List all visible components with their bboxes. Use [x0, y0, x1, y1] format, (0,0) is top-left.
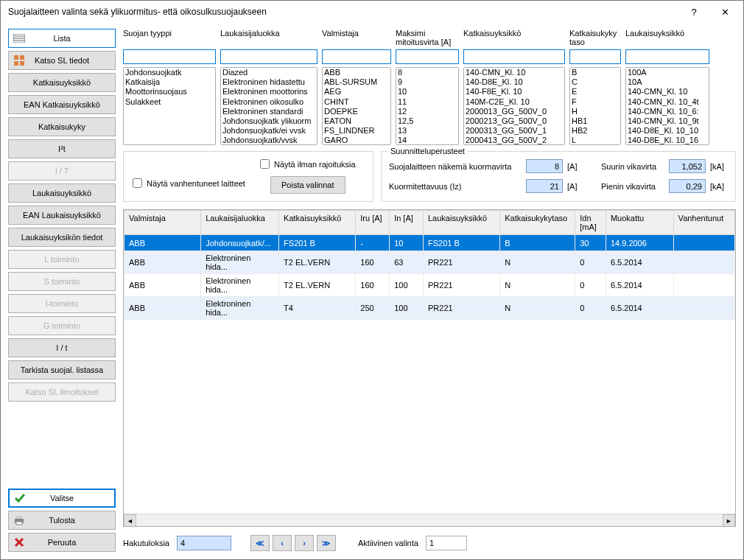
filter-option[interactable]: 140-CMN_Kl. 10_6: — [626, 107, 709, 116]
results-table[interactable]: ValmistajaLaukaisijaluokkaKatkaisuyksikk… — [124, 210, 735, 320]
peruuta-button[interactable]: Peruuta — [8, 533, 116, 552]
close-button[interactable]: ✕ — [709, 1, 740, 22]
filter-option[interactable]: H — [570, 107, 620, 116]
filter-option[interactable]: Moottorinsuojaus — [124, 87, 215, 97]
filter-list-0[interactable]: JohdonsuojkatkKatkaisijaMoottorinsuojaus… — [123, 67, 216, 145]
table-header[interactable]: Katkaisuyksikkö — [279, 211, 356, 235]
filter-option[interactable]: 140M-C2E_Kl. 10 — [464, 97, 564, 107]
table-header[interactable]: Muokattu — [606, 211, 673, 235]
filter-list-5[interactable]: BCEFHHB1HB2L — [569, 67, 621, 145]
nav-last-button[interactable]: ≫ — [317, 535, 336, 551]
filter-option[interactable]: 13 — [396, 126, 458, 136]
filter-option[interactable]: Sulakkeet — [124, 97, 215, 107]
filter-search-input-6[interactable] — [625, 49, 709, 64]
filter-option[interactable]: Johdonsuojkatk — [124, 68, 215, 77]
filter-option[interactable]: 140-D8E_Kl. 10_10 — [626, 126, 709, 136]
sidebar-item-8[interactable]: EAN Laukaisuyksikkö — [8, 206, 116, 225]
sidebar-item-0[interactable]: Lista — [8, 29, 116, 48]
filter-option[interactable]: 12,5 — [396, 116, 458, 126]
filter-option[interactable]: 11 — [396, 97, 458, 107]
tulosta-button[interactable]: Tulosta — [8, 511, 116, 530]
horizontal-scrollbar[interactable]: ◄ ► — [124, 514, 735, 526]
filter-option[interactable]: 10A — [626, 77, 709, 87]
filter-list-1[interactable]: DiazedElektroninen hidastettuElektronine… — [220, 67, 317, 145]
filter-option[interactable]: EATON — [323, 116, 390, 126]
filter-option[interactable]: 140-D8E_Kl. 10 — [464, 77, 564, 87]
sidebar-item-2[interactable]: Katkaisuyksikkö — [8, 73, 116, 92]
scroll-right-icon[interactable]: ► — [723, 514, 735, 527]
filter-search-input-3[interactable] — [396, 49, 459, 64]
filter-option[interactable]: ABB — [323, 68, 390, 77]
nav-prev-button[interactable]: ‹ — [273, 535, 292, 551]
filter-option[interactable]: B — [570, 68, 620, 77]
filter-option[interactable]: 140-D8E_Kl. 10_16 — [626, 136, 709, 145]
table-row[interactable]: ABBElektroninen hida...T4250100PR221N06.… — [124, 297, 735, 320]
filter-option[interactable]: HB2 — [570, 126, 620, 136]
clear-selections-button[interactable]: Poista valinnat — [270, 176, 345, 194]
sidebar-item-5[interactable]: I²t — [8, 139, 116, 158]
filter-option[interactable]: HB1 — [570, 116, 620, 126]
table-header[interactable]: Laukaisijaluokka — [201, 211, 279, 235]
filter-option[interactable]: 140-F8E_Kl. 10 — [464, 87, 564, 97]
filter-search-input-1[interactable] — [220, 49, 317, 64]
filter-option[interactable]: FS_LINDNER — [323, 126, 390, 136]
filter-option[interactable]: AEG — [323, 87, 390, 97]
filter-option[interactable]: GARO — [323, 136, 390, 145]
filter-option[interactable]: 2000013_GG_500V_0 — [464, 107, 564, 116]
filter-option[interactable]: Johdonsuojkatk/vvsk — [221, 136, 317, 145]
nav-first-button[interactable]: ≪ — [250, 535, 270, 551]
table-header[interactable]: Vanhentunut — [673, 211, 734, 235]
filter-option[interactable]: 10 — [396, 87, 458, 97]
table-row[interactable]: ABBElektroninen hida...T2 EL.VERN160100P… — [124, 274, 735, 297]
filter-option[interactable]: Diazed — [221, 68, 317, 77]
filter-search-input-2[interactable] — [322, 49, 391, 64]
filter-option[interactable]: Johdonsuojkatk ylikuorm — [221, 116, 317, 126]
filter-option[interactable]: 140-CMN_Kl. 10 — [464, 68, 564, 77]
table-header[interactable]: Idn [mA] — [575, 211, 606, 235]
filter-option[interactable]: 8 — [396, 68, 458, 77]
filter-option[interactable]: 2000213_GG_500V_0 — [464, 116, 564, 126]
filter-list-6[interactable]: 100A10A140-CMN_Kl. 10140-CMN_Kl. 10_4t14… — [625, 67, 709, 145]
table-header[interactable]: Valmistaja — [124, 211, 201, 235]
filter-list-2[interactable]: ABBABL-SURSUMAEGCHINTDOEPKEEATONFS_LINDN… — [322, 67, 391, 145]
valitse-button[interactable]: Valitse — [8, 489, 116, 508]
sidebar-item-1[interactable]: Katso SL tiedot — [8, 51, 116, 70]
sidebar-item-7[interactable]: Laukaisuyksikkö — [8, 183, 116, 203]
filter-option[interactable]: 140-CMN_Kl. 10_9t — [626, 116, 709, 126]
active-selection-value[interactable] — [426, 536, 467, 550]
filter-option[interactable]: E — [570, 87, 620, 97]
help-button[interactable]: ? — [678, 1, 709, 22]
sidebar-item-9[interactable]: Laukaisuyksikön tiedot — [8, 228, 116, 247]
table-header[interactable]: Laukaisuyksikkö — [423, 211, 499, 235]
scroll-left-icon[interactable]: ◄ — [124, 514, 136, 527]
filter-option[interactable]: Elektroninen standardi — [221, 107, 317, 116]
sidebar-item-3[interactable]: EAN Katkaisuyksikkö — [8, 95, 116, 114]
filter-list-4[interactable]: 140-CMN_Kl. 10140-D8E_Kl. 10140-F8E_Kl. … — [463, 67, 565, 145]
filter-option[interactable]: 14 — [396, 136, 458, 145]
filter-option[interactable]: C — [570, 77, 620, 87]
filter-option[interactable]: F — [570, 97, 620, 107]
table-row[interactable]: ABBJohdonsuojkatk/...FS201 B-10FS201 BB3… — [124, 235, 735, 251]
filter-search-input-4[interactable] — [463, 49, 565, 64]
sidebar-item-15[interactable]: Tarkista suojal. listassa — [8, 360, 116, 379]
table-row[interactable]: ABBElektroninen hida...T2 EL.VERN16063PR… — [124, 251, 735, 274]
filter-list-3[interactable]: 8910111212,51314 — [396, 67, 459, 145]
filter-option[interactable]: 2000413_GG_500V_2 — [464, 136, 564, 145]
filter-option[interactable]: 2000313_GG_500V_1 — [464, 126, 564, 136]
table-header[interactable]: Katkaisukykytaso — [500, 211, 575, 235]
filter-search-input-5[interactable] — [569, 49, 621, 64]
filter-option[interactable]: L — [570, 136, 620, 145]
filter-search-input-0[interactable] — [123, 49, 216, 64]
show-outdated-checkbox[interactable] — [133, 178, 142, 188]
filter-option[interactable]: Elektroninen oikosulko — [221, 97, 317, 107]
nav-next-button[interactable]: › — [295, 535, 314, 551]
filter-option[interactable]: Katkaisija — [124, 77, 215, 87]
filter-option[interactable]: DOEPKE — [323, 107, 390, 116]
filter-option[interactable]: 100A — [626, 68, 709, 77]
filter-option[interactable]: 140-CMN_Kl. 10 — [626, 87, 709, 97]
filter-option[interactable]: ABL-SURSUM — [323, 77, 390, 87]
filter-option[interactable]: CHINT — [323, 97, 390, 107]
filter-option[interactable]: 140-CMN_Kl. 10_4t — [626, 97, 709, 107]
table-header[interactable]: Iru [A] — [356, 211, 390, 235]
filter-option[interactable]: 9 — [396, 77, 458, 87]
